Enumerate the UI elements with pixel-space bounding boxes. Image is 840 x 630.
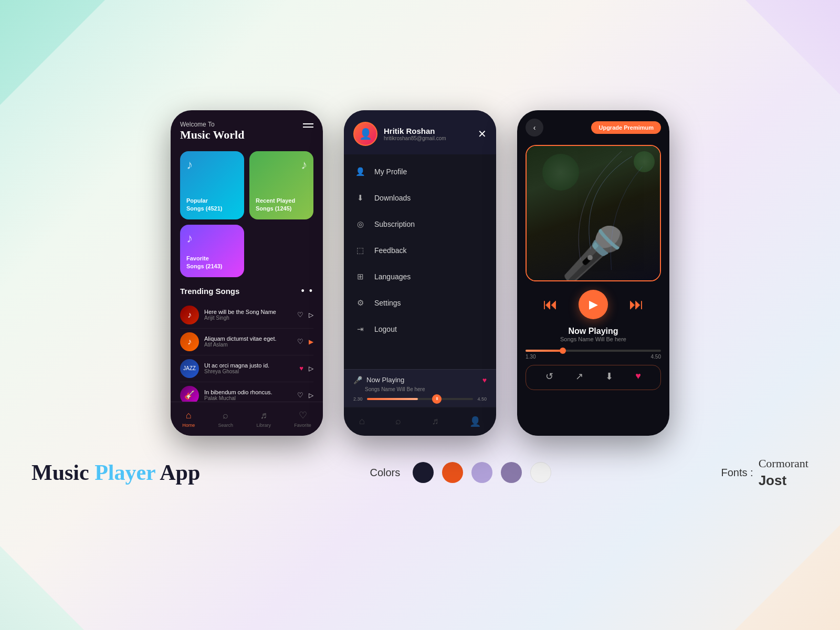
heart-action-icon[interactable]: ♥ xyxy=(635,371,641,382)
download-action-icon[interactable]: ⬇ xyxy=(605,371,613,382)
player-progress-bar[interactable] xyxy=(526,350,661,352)
cards-grid: ♪ PopularSongs (4521) ♪ Recent PlayedSon… xyxy=(180,151,313,277)
color-dot-dark xyxy=(413,462,434,483)
menu-label-feedback: Feedback xyxy=(374,246,406,255)
hamburger-menu[interactable] xyxy=(303,123,313,128)
menu-item-logout[interactable]: ⇥ Logout xyxy=(344,316,496,342)
play-icon-4[interactable]: ▷ xyxy=(309,392,313,399)
microphone-icon: 🎤 xyxy=(353,376,362,384)
progress-bar[interactable]: ⏸ xyxy=(367,398,474,400)
menu-item-subscription[interactable]: ◎ Subscription xyxy=(344,211,496,237)
feedback-icon: ⬚ xyxy=(354,245,366,256)
phone-player: ‹ Upgrade Premimum 🎤 xyxy=(517,110,669,436)
play-icon-1[interactable]: ▷ xyxy=(309,311,313,319)
player-progress-fill xyxy=(526,350,563,352)
song-thumb-3: JAZZ xyxy=(180,359,199,378)
menu-item-settings[interactable]: ⚙ Settings xyxy=(344,290,496,316)
nav-favorite-label: Favorite xyxy=(294,423,311,428)
song-actions-1: ♡ ▷ xyxy=(297,311,313,319)
heart-icon-3[interactable]: ♥ xyxy=(299,364,303,372)
art-strings-svg xyxy=(527,146,660,280)
share-icon[interactable]: ↗ xyxy=(575,371,583,382)
color-dot-purple xyxy=(501,462,522,483)
progress-dot xyxy=(560,348,566,354)
menu-item-profile[interactable]: 👤 My Profile xyxy=(344,159,496,185)
close-menu-btn[interactable]: ✕ xyxy=(478,128,487,140)
np-big-song: Songs Name Will Be here xyxy=(526,336,661,342)
action-bar: ↺ ↗ ⬇ ♥ xyxy=(526,365,661,390)
app-title-block: Music Player App xyxy=(32,460,200,485)
more-options-btn[interactable]: • • xyxy=(301,286,313,297)
menu-label-downloads: Downloads xyxy=(374,194,411,202)
profile-email: hritikroshan85@gmail.com xyxy=(384,135,446,141)
upgrade-btn[interactable]: Upgrade Premimum xyxy=(591,121,661,134)
music-note-icon-2: ♪ xyxy=(256,158,307,172)
phone2-bottom-nav: ⌂ ⌕ ♬ 👤 xyxy=(344,407,496,436)
song-item-2[interactable]: ♪ Aliquam dictumst vitae eget. Atif Asla… xyxy=(180,329,313,355)
main-play-btn[interactable]: ▶ xyxy=(579,290,608,319)
song-info-4: In bibendum odio rhoncus. Palak Muchal xyxy=(204,389,297,401)
menu-item-feedback[interactable]: ⬚ Feedback xyxy=(344,237,496,264)
nav-home[interactable]: ⌂ Home xyxy=(182,410,195,428)
nav-favorite[interactable]: ♡ Favorite xyxy=(294,410,311,428)
card-favorite[interactable]: ♪ FavoriteSongs (2143) xyxy=(180,225,244,277)
play-icon-2[interactable]: ▶ xyxy=(309,338,313,345)
heart-icon-2[interactable]: ♡ xyxy=(297,338,303,345)
nav-search-label: Search xyxy=(218,423,234,428)
time-total: 4.50 xyxy=(477,396,487,402)
skip-forward-btn[interactable]: ⏭ xyxy=(629,296,644,313)
title-music: Music xyxy=(32,460,94,485)
song-actions-3: ♥ ▷ xyxy=(299,364,313,372)
song-thumb-2: ♪ xyxy=(180,332,199,351)
back-btn[interactable]: ‹ xyxy=(526,119,543,136)
np-song-name: Songs Name Will Be here xyxy=(365,386,487,392)
languages-icon: ⊞ xyxy=(354,271,366,282)
card-recent-label: Recent PlayedSongs (1245) xyxy=(256,197,295,213)
song-item-3[interactable]: JAZZ Ut ac orci magna justo id. Shreya G… xyxy=(180,355,313,382)
title-player: Player xyxy=(94,460,160,485)
phone1-inner: Welcome To Music World ♪ PopularSongs (4… xyxy=(171,110,323,436)
phone-profile: 👤 Hritik Roshan hritikroshan85@gmail.com… xyxy=(344,110,496,436)
heart-icon-1[interactable]: ♡ xyxy=(297,311,303,319)
card-popular[interactable]: ♪ PopularSongs (4521) xyxy=(180,151,244,219)
song-name-4: In bibendum odio rhoncus. xyxy=(204,389,297,395)
play-icon-3[interactable]: ▷ xyxy=(309,365,313,372)
font-jost: Jost xyxy=(759,472,808,489)
skip-back-btn[interactable]: ⏮ xyxy=(543,296,558,313)
menu-item-downloads[interactable]: ⬇ Downloads xyxy=(344,185,496,211)
card-recent[interactable]: ♪ Recent PlayedSongs (1245) xyxy=(249,151,313,219)
phone-home: Welcome To Music World ♪ PopularSongs (4… xyxy=(171,110,323,436)
song-artist-2: Atif Aslam xyxy=(204,342,297,348)
song-artist-3: Shreya Ghosal xyxy=(204,369,299,374)
nav-home-label: Home xyxy=(182,423,195,428)
pause-btn[interactable]: ⏸ xyxy=(432,394,442,404)
color-dot-white xyxy=(530,462,551,483)
np-big-title: Now Playing xyxy=(526,327,661,336)
repeat-icon[interactable]: ↺ xyxy=(545,371,553,382)
menu-item-languages[interactable]: ⊞ Languages xyxy=(344,264,496,290)
song-item-1[interactable]: ♪ Here will be the Song Name Arijit Sing… xyxy=(180,302,313,329)
phones-row: Welcome To Music World ♪ PopularSongs (4… xyxy=(171,110,669,436)
profile-header: 👤 Hritik Roshan hritikroshan85@gmail.com… xyxy=(344,110,496,154)
nav-home-icon-2: ⌂ xyxy=(359,416,365,427)
heart-icon-4[interactable]: ♡ xyxy=(297,391,303,399)
settings-icon: ⚙ xyxy=(354,297,366,309)
phone2-inner: 👤 Hritik Roshan hritikroshan85@gmail.com… xyxy=(344,110,496,436)
subscription-icon: ◎ xyxy=(354,218,366,230)
menu-label-subscription: Subscription xyxy=(374,220,415,228)
download-icon: ⬇ xyxy=(354,192,366,204)
nav-library[interactable]: ♬ Library xyxy=(256,410,271,428)
np-heart-icon[interactable]: ♥ xyxy=(482,376,487,384)
np-title: Now Playing xyxy=(366,376,482,384)
home-icon: ⌂ xyxy=(186,410,192,421)
player-controls: ⏮ ▶ ⏭ xyxy=(517,285,669,324)
player-time-total: 4.50 xyxy=(651,354,661,360)
song-name-2: Aliquam dictumst vitae eget. xyxy=(204,335,297,342)
song-info-1: Here will be the Song Name Arijit Singh xyxy=(204,309,297,321)
song-info-2: Aliquam dictumst vitae eget. Atif Aslam xyxy=(204,335,297,348)
song-artist-4: Palak Muchal xyxy=(204,395,297,401)
font-names: Cormorant Jost xyxy=(759,457,808,489)
player-header: ‹ Upgrade Premimum xyxy=(517,110,669,142)
nav-search[interactable]: ⌕ Search xyxy=(218,410,234,428)
progress-row: 2.30 ⏸ 4.50 xyxy=(353,396,487,402)
